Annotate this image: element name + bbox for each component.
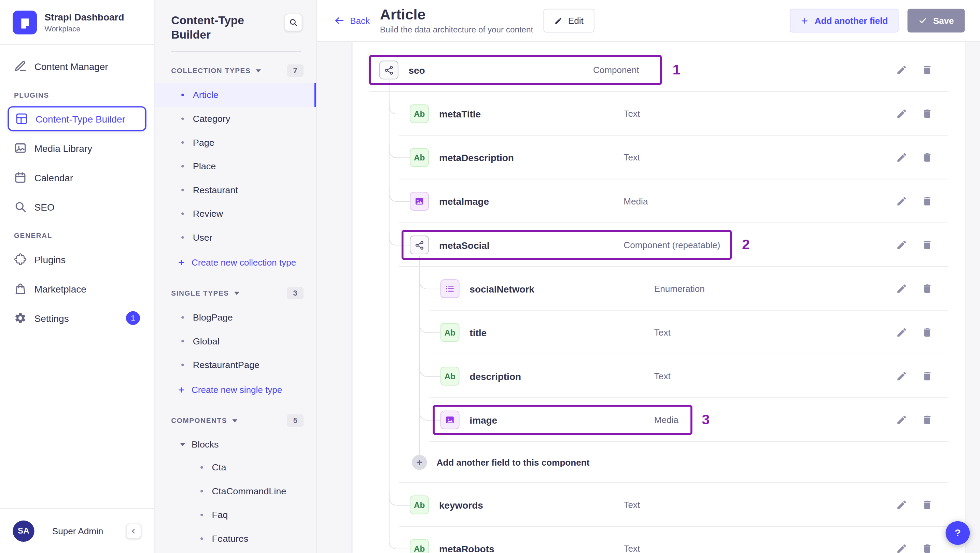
sidebar-item-seo[interactable]: SEO [8, 194, 146, 219]
delete-field-button[interactable] [922, 415, 933, 426]
edit-field-button[interactable] [896, 370, 908, 381]
edit-field-button[interactable] [896, 239, 908, 251]
subnav-item-user[interactable]: User [155, 226, 316, 249]
sidebar-item-plugins[interactable]: Plugins [8, 247, 146, 272]
delete-field-button[interactable] [922, 499, 933, 511]
subnav-item-place[interactable]: Place [155, 154, 316, 178]
bullet-icon [181, 165, 184, 167]
text-field-icon: Ab [441, 367, 460, 386]
edit-field-button[interactable] [896, 65, 908, 76]
delete-field-button[interactable] [922, 152, 933, 163]
components-header[interactable]: COMPONENTS 5 [155, 403, 316, 433]
delete-field-button[interactable] [922, 239, 933, 251]
title-block: Article Build the data architecture of y… [380, 7, 533, 34]
gear-icon [14, 311, 27, 324]
subnav-item-global[interactable]: Global [155, 329, 316, 353]
trash-icon [922, 499, 933, 511]
search-button[interactable] [285, 14, 302, 31]
sidebar-item-settings[interactable]: Settings 1 [8, 305, 146, 331]
delete-field-button[interactable] [922, 195, 933, 207]
field-type: Text [624, 153, 640, 162]
create-single-type-link[interactable]: Create new single type [155, 377, 316, 403]
text-field-icon: Ab [410, 148, 429, 167]
edit-field-button[interactable] [896, 152, 908, 163]
field-row-description: Ab description Text [352, 354, 965, 398]
media-field-icon [441, 411, 460, 429]
collection-types-header[interactable]: COLLECTION TYPES 7 [155, 53, 316, 83]
component-group-blocks[interactable]: Blocks [155, 433, 316, 456]
pencil-icon [896, 543, 908, 553]
item-label: BlogPage [193, 312, 233, 322]
edit-button[interactable]: Edit [543, 9, 594, 33]
edit-field-button[interactable] [896, 499, 908, 511]
subnav-item-article[interactable]: Article [155, 83, 316, 107]
content-area: seo Component Ab metaTitle Text [317, 42, 980, 553]
edit-field-button[interactable] [896, 283, 908, 294]
sidebar-item-media-library[interactable]: Media Library [8, 135, 146, 160]
sidebar-item-marketplace[interactable]: Marketplace [8, 276, 146, 301]
add-field-to-component-row[interactable]: + Add another field to this component [352, 442, 965, 483]
item-label: Features [212, 534, 248, 543]
subnav-item-features[interactable]: Features [155, 527, 316, 551]
subnav-item-restaurant[interactable]: Restaurant [155, 178, 316, 202]
subnav-item-cta[interactable]: Cta [155, 456, 316, 480]
delete-field-button[interactable] [922, 65, 933, 76]
pencil-icon [896, 415, 908, 426]
section-label: COLLECTION TYPES [171, 67, 251, 75]
item-label: Category [193, 114, 231, 124]
user-name: Super Admin [52, 526, 103, 536]
subnav-item-page[interactable]: Page [155, 131, 316, 155]
collapse-sidebar-button[interactable] [126, 523, 142, 538]
edit-field-button[interactable] [896, 415, 908, 426]
chevron-down-icon [256, 69, 261, 72]
save-button[interactable]: Save [908, 9, 965, 33]
subnav-item-restaurantpage[interactable]: RestaurantPage [155, 353, 316, 377]
media-field-icon [410, 192, 429, 211]
check-icon [918, 16, 928, 25]
create-collection-type-link[interactable]: Create new collection type [155, 249, 316, 275]
delete-field-button[interactable] [922, 108, 933, 119]
edit-field-button[interactable] [896, 108, 908, 119]
bullet-icon [200, 514, 203, 516]
layout-icon [15, 112, 28, 125]
edit-field-button[interactable] [896, 327, 908, 338]
single-types-header[interactable]: SINGLE TYPES 3 [155, 275, 316, 305]
delete-field-button[interactable] [922, 283, 933, 294]
pencil-icon [896, 152, 908, 163]
delete-field-button[interactable] [922, 327, 933, 338]
edit-field-button[interactable] [896, 543, 908, 553]
field-type: Component [593, 65, 639, 75]
bullet-icon [181, 118, 184, 120]
field-row-metasocial: metaSocial Component (repeatable) [352, 223, 965, 267]
item-label: Restaurant [193, 185, 238, 195]
row-actions [896, 415, 965, 426]
subnav-item-blogpage[interactable]: BlogPage [155, 305, 316, 329]
subnav-item-review[interactable]: Review [155, 202, 316, 226]
pencil-icon [896, 499, 908, 511]
field-type: Enumeration [654, 284, 705, 294]
settings-notification-badge: 1 [126, 311, 140, 325]
bullet-icon [181, 364, 184, 366]
sidebar-item-content-type-builder[interactable]: Content-Type Builder [8, 106, 146, 131]
sidebar-item-calendar[interactable]: Calendar [8, 165, 146, 190]
pencil-icon [896, 65, 908, 76]
row-actions [896, 195, 965, 207]
field-row-metatitle: Ab metaTitle Text [352, 92, 965, 135]
field-row-image: image Media [352, 398, 965, 442]
help-button[interactable]: ? [945, 521, 970, 545]
row-actions [896, 370, 965, 381]
sidebar-item-content-manager[interactable]: Content Manager [8, 54, 146, 78]
delete-field-button[interactable] [922, 543, 933, 553]
subnav-item-category[interactable]: Category [155, 107, 316, 131]
add-field-label: Add another field [815, 16, 888, 25]
component-icon [410, 235, 429, 254]
add-another-field-button[interactable]: Add another field [790, 9, 899, 33]
back-link[interactable]: Back [334, 15, 370, 26]
main-sidebar: Strapi Dashboard Workplace Content Manag… [0, 0, 155, 553]
subnav-item-ctacommandline[interactable]: CtaCommandLine [155, 479, 316, 503]
subnav-item-faq[interactable]: Faq [155, 503, 316, 527]
edit-field-button[interactable] [896, 195, 908, 207]
fields-card: seo Component Ab metaTitle Text [352, 42, 965, 553]
delete-field-button[interactable] [922, 370, 933, 381]
link-label: Create new single type [192, 385, 282, 395]
